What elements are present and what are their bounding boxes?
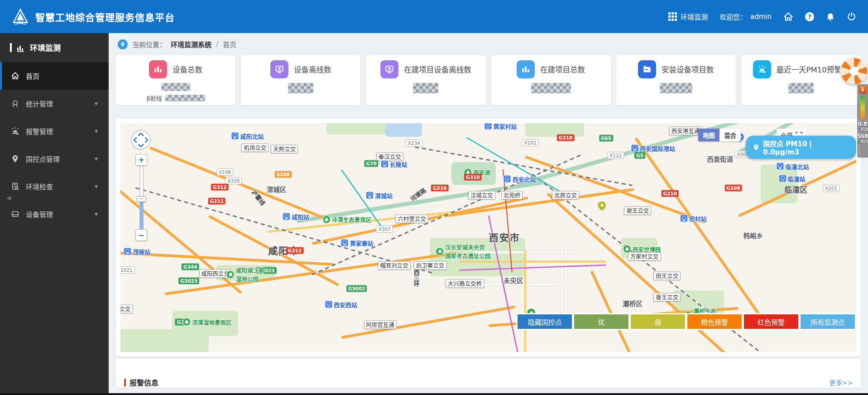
logout-button[interactable] [847, 12, 856, 21]
rail-station-icon [485, 123, 492, 130]
app-switcher-label: 环境监测 [681, 12, 708, 21]
sidebar-item-statistics[interactable]: 统计管理 ▼ [0, 90, 109, 117]
rail-station-icon [124, 248, 131, 255]
map-label-text: G210 [663, 190, 677, 197]
map-label-text: 西安港互通 [671, 127, 700, 135]
pm10-tooltip-text: 国控点 PM10 | 0.0μg/m3 [763, 139, 849, 156]
map-label[interactable]: 沣渭生态景观区 [323, 215, 372, 224]
sidebar-collapse-icon[interactable]: ◀ [6, 194, 11, 201]
map-label-text: 沪霍线 [250, 188, 268, 207]
map-label[interactable]: 渭城站 [366, 191, 393, 199]
map-label: X106 [216, 169, 233, 176]
legend-button[interactable]: 橙色预警 [687, 314, 742, 329]
map-label[interactable]: 汉长安城未央宫 国家考古遗址公园 [436, 243, 490, 260]
map-label-text: 后卫寨立交 [416, 262, 445, 270]
map-label: G312 [286, 247, 304, 254]
park-icon [436, 248, 443, 255]
monitor-offline-icon [380, 60, 398, 78]
map-label[interactable]: 咸阳北站 [232, 131, 264, 140]
map-label-text: X201 [825, 185, 837, 192]
help-button[interactable] [805, 12, 814, 21]
map-label[interactable]: 黄家寨站 [341, 238, 374, 247]
help-icon [805, 12, 814, 21]
sidebar-item-devices[interactable]: 设备管理 ▼ [0, 200, 109, 228]
legend-button[interactable]: 优 [574, 314, 628, 329]
breadcrumb-page[interactable]: 首页 [223, 39, 236, 49]
map-label: G310 [557, 134, 575, 141]
map-label[interactable]: 西安西站 [325, 300, 357, 309]
zoom-slider-handle[interactable]: − [137, 196, 146, 202]
map-label[interactable]: 涝渭湿地景观区 [183, 318, 232, 326]
map-label[interactable]: 西安国际港站 [631, 144, 675, 152]
map-label: 六村堡立交 [395, 214, 428, 223]
map-type-hybrid[interactable]: 混合 [719, 129, 741, 141]
map-pan-control[interactable] [130, 130, 151, 152]
zoom-out-button[interactable]: − [135, 229, 147, 241]
stat-card-title: 设备离线数 [294, 64, 331, 75]
legend-button[interactable]: 隐藏国控点 [518, 314, 572, 329]
map-label[interactable]: 西安北站 [504, 175, 536, 183]
map-label: G344 [182, 264, 199, 270]
legend-button[interactable]: 红色预警 [744, 314, 798, 329]
map-label: 香王立交 [653, 293, 681, 301]
map-label: G3002 [346, 285, 367, 292]
rail-station-icon [341, 239, 348, 246]
download-speed-unit: K/s [861, 139, 868, 144]
legend-button[interactable]: 所有监测点 [801, 314, 855, 329]
map-label[interactable]: 窑村站 [681, 214, 707, 222]
park-icon [227, 271, 234, 278]
sidebar-item-home[interactable]: 首页 [0, 62, 109, 90]
stat-card-value-redacted [660, 83, 692, 93]
notification-badge[interactable]: 1 [859, 86, 867, 93]
map-label-text: 机场立交 [244, 144, 266, 151]
map-label[interactable]: 临潼站 [779, 174, 806, 183]
power-icon [847, 12, 856, 21]
floating-swirl-widget[interactable] [841, 58, 867, 84]
home-button[interactable] [783, 12, 793, 22]
map-label-text: 茂陵站 [133, 247, 150, 255]
legend-button[interactable]: 良 [631, 314, 685, 329]
zoom-in-button[interactable]: + [135, 154, 147, 166]
map-label-text: 香王立交 [656, 293, 678, 301]
map-label-text: 立交 [120, 305, 130, 313]
notifications-button[interactable] [826, 12, 835, 21]
stat-card-project-offline-devices: 在建项目设备离线数 [366, 55, 485, 105]
map-label: 未央区 [504, 275, 523, 285]
map-label[interactable]: 茂陵站 [124, 247, 150, 255]
map-label-text: 临潼站 [788, 174, 806, 183]
pin-icon [596, 200, 607, 211]
sidebar-item-env-inspection[interactable]: 环境检查 ▼ [0, 173, 109, 200]
stat-card-value-redacted [531, 83, 571, 93]
map-label[interactable]: 长陵站 [381, 159, 407, 168]
map-label-text: G312 [213, 183, 227, 190]
map-label[interactable]: 咸阳湖二期 湿地公园 [227, 266, 264, 283]
alerts-more-link[interactable]: 更多>> [830, 378, 853, 387]
map-type-map[interactable]: 地图 [698, 129, 719, 141]
map-pin-yellow[interactable] [598, 201, 605, 209]
map-label[interactable]: 临潼北站 [777, 162, 809, 170]
map-label-text: 灞桥区 [623, 298, 643, 308]
map-label-text: 黄家村站 [494, 123, 517, 130]
sidebar-item-national-points[interactable]: 国控点管理 ▼ [0, 145, 109, 173]
pm10-tooltip[interactable]: 国控点 PM10 | 0.0μg/m3 [746, 136, 856, 159]
map-label-text: 咸阳西立交 [201, 270, 230, 278]
map-label[interactable]: 咸阳站 [283, 212, 309, 221]
map-label: G312 [211, 183, 229, 190]
logo-icon [12, 8, 29, 25]
map-label-text: 方家村立交 [630, 252, 659, 260]
map-label-text: 临潼区 [784, 183, 807, 195]
map-label-text: 谢王立交 [626, 207, 649, 214]
map-label-text: X112 [609, 152, 622, 159]
map-label-text: 沣渭生态景观区 [332, 215, 372, 224]
map-label: 西安港互通 [669, 127, 702, 135]
map-label[interactable]: 黄家村站 [485, 123, 517, 130]
map-label-text: G310 [559, 134, 573, 141]
zoom-track[interactable]: − [139, 166, 144, 229]
stat-card-value-redacted [288, 83, 313, 93]
title-bar-decor [124, 379, 126, 386]
app-switcher[interactable]: 环境监测 [668, 12, 708, 21]
sidebar-title: 环境监测 [0, 33, 109, 62]
alerts-title: 报警信息 [129, 377, 158, 388]
sidebar-item-alarms[interactable]: 报警管理 ▼ [0, 117, 109, 145]
map-canvas[interactable]: 咸阳北站黄家村站机场立交天熙立交秦汉立交X234X101G310西安港互通西安国… [120, 123, 856, 352]
